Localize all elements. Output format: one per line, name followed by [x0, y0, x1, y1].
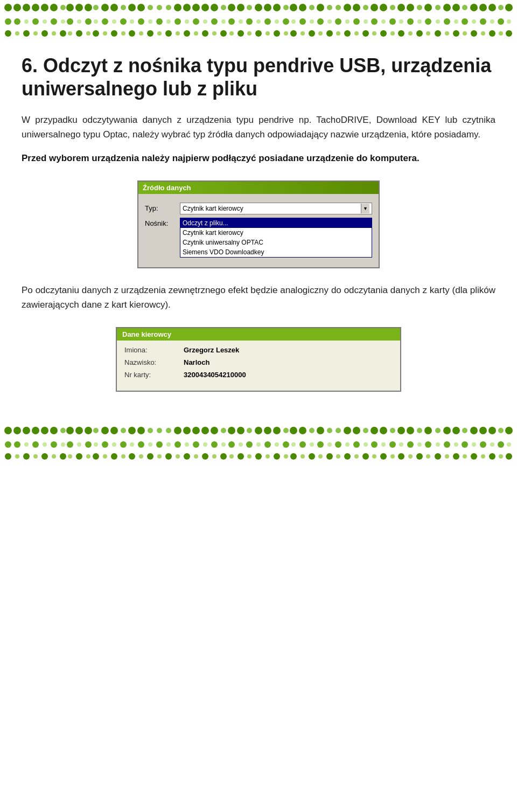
svg-point-294	[165, 453, 172, 460]
svg-point-302	[309, 453, 315, 460]
svg-point-332	[336, 454, 340, 459]
svg-point-164	[390, 31, 395, 36]
svg-point-117	[60, 30, 66, 37]
svg-point-269	[239, 442, 243, 447]
svg-point-305	[362, 453, 369, 460]
svg-point-88	[61, 19, 65, 24]
svg-point-131	[309, 30, 315, 37]
svg-point-220	[327, 428, 332, 433]
svg-point-49	[327, 5, 332, 10]
svg-point-209	[505, 427, 513, 434]
svg-point-132	[326, 30, 333, 37]
svg-point-241	[228, 441, 235, 448]
svg-point-43	[157, 5, 162, 10]
svg-point-119	[93, 30, 99, 37]
svg-point-75	[317, 18, 324, 25]
svg-point-262	[112, 442, 116, 447]
driver-row-0: Imiona: Grzegorz Leszek	[124, 346, 393, 354]
media-dropdown[interactable]: Odczyt z pliku... Czytnik kart kierowcy …	[180, 218, 372, 258]
svg-point-179	[85, 427, 92, 434]
svg-point-191	[255, 427, 262, 434]
svg-point-143	[15, 31, 19, 36]
svg-point-135	[380, 30, 387, 37]
svg-point-260	[77, 442, 81, 447]
svg-point-263	[130, 442, 134, 447]
section-heading: 6. Odczyt z nośnika typu pendrive USB, u…	[22, 54, 495, 100]
svg-point-298	[237, 453, 244, 460]
svg-point-20	[255, 4, 262, 11]
svg-point-136	[398, 30, 404, 37]
svg-point-157	[266, 31, 270, 36]
svg-point-152	[176, 31, 180, 36]
svg-point-235	[120, 441, 127, 448]
svg-point-140	[471, 30, 477, 37]
driver-value-2: 3200434054210000	[184, 371, 246, 379]
dropdown-item-2[interactable]: Czytnik uniwersalny OPTAC	[180, 238, 372, 247]
svg-point-6	[66, 4, 74, 11]
svg-point-89	[77, 19, 81, 24]
svg-point-324	[194, 454, 198, 459]
svg-point-293	[147, 453, 153, 460]
svg-point-16	[201, 4, 209, 11]
svg-point-312	[489, 453, 495, 460]
svg-point-61	[67, 18, 73, 25]
svg-point-112	[490, 19, 494, 24]
svg-point-130	[290, 30, 297, 37]
svg-point-339	[463, 454, 467, 459]
svg-point-334	[372, 454, 376, 459]
driver-row-2: Nr karty: 3200434054210000	[124, 371, 393, 379]
svg-point-91	[112, 19, 116, 24]
svg-point-266	[185, 442, 189, 447]
svg-point-163	[372, 31, 376, 36]
dropdown-item-0[interactable]: Odczyt z pliku...	[180, 218, 372, 228]
svg-point-203	[424, 427, 432, 434]
driver-label-2: Nr karty:	[124, 371, 184, 379]
svg-point-158	[284, 31, 288, 36]
svg-point-239	[193, 441, 199, 448]
svg-point-36	[479, 4, 487, 11]
svg-point-92	[130, 19, 134, 24]
paragraph-3: Po odczytaniu danych z urządzenia zewnęt…	[22, 283, 495, 312]
svg-point-116	[41, 30, 48, 37]
svg-point-271	[275, 442, 279, 447]
dropdown-item-1[interactable]: Czytnik kart kierowcy	[180, 228, 372, 238]
header-dots: // Dots rendered inline below	[0, 0, 517, 38]
footer-dots	[0, 423, 517, 461]
svg-point-70	[228, 18, 235, 25]
svg-point-101	[291, 19, 296, 24]
svg-point-274	[327, 442, 332, 447]
svg-point-186	[192, 427, 200, 434]
svg-point-337	[426, 454, 430, 459]
svg-point-316	[52, 454, 56, 459]
svg-point-7	[75, 4, 83, 11]
svg-point-290	[93, 453, 99, 460]
svg-point-2	[23, 4, 30, 11]
svg-point-328	[266, 454, 270, 459]
dropdown-item-3[interactable]: Siemens VDO Downloadkey	[180, 247, 372, 257]
svg-point-231	[51, 441, 57, 448]
svg-point-255	[480, 441, 486, 448]
svg-point-99	[256, 19, 261, 24]
svg-point-247	[335, 441, 341, 448]
svg-point-102	[310, 19, 314, 24]
svg-point-103	[327, 19, 332, 24]
svg-point-279	[417, 442, 422, 447]
svg-point-314	[15, 454, 19, 459]
svg-point-30	[397, 4, 405, 11]
combobox-arrow[interactable]: ▼	[361, 204, 369, 213]
svg-point-175	[41, 427, 48, 434]
svg-point-232	[67, 441, 73, 448]
svg-point-181	[110, 427, 118, 434]
svg-point-224	[417, 428, 422, 433]
svg-point-207	[479, 427, 487, 434]
type-combobox[interactable]: Czytnik kart kierowcy ▼	[180, 203, 372, 214]
svg-point-111	[472, 19, 476, 24]
svg-point-139	[453, 30, 459, 37]
svg-point-100	[275, 19, 279, 24]
svg-point-304	[344, 453, 351, 460]
svg-point-277	[381, 442, 386, 447]
dialog-title: Źródło danych	[138, 182, 379, 194]
driver-screenshot: Dane kierowcy Imiona: Grzegorz Leszek Na…	[22, 327, 495, 392]
svg-point-210	[60, 428, 66, 433]
driver-dialog: Dane kierowcy Imiona: Grzegorz Leszek Na…	[116, 327, 401, 392]
